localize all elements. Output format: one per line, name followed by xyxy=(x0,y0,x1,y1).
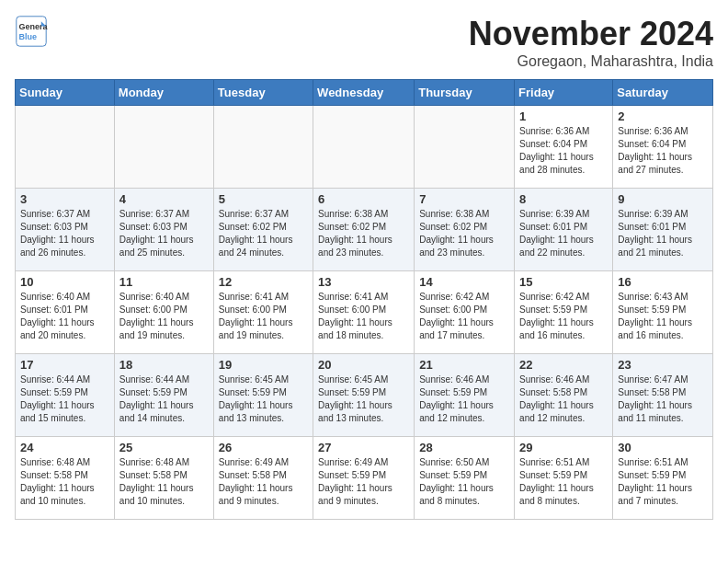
day-number: 3 xyxy=(20,192,109,206)
day-number: 26 xyxy=(219,441,308,454)
day-info: Sunrise: 6:49 AM Sunset: 5:59 PM Dayligh… xyxy=(318,456,409,508)
calendar-week-row: 3Sunrise: 6:37 AM Sunset: 6:03 PM Daylig… xyxy=(16,189,713,271)
calendar-cell: 15Sunrise: 6:42 AM Sunset: 5:59 PM Dayli… xyxy=(515,271,613,354)
calendar-week-row: 1Sunrise: 6:36 AM Sunset: 6:04 PM Daylig… xyxy=(16,106,713,189)
calendar-cell: 25Sunrise: 6:48 AM Sunset: 5:58 PM Dayli… xyxy=(114,437,213,520)
calendar-cell: 21Sunrise: 6:46 AM Sunset: 5:59 PM Dayli… xyxy=(415,354,515,437)
day-info: Sunrise: 6:45 AM Sunset: 5:59 PM Dayligh… xyxy=(318,373,409,425)
calendar-cell: 22Sunrise: 6:46 AM Sunset: 5:58 PM Dayli… xyxy=(515,354,613,437)
calendar-cell: 6Sunrise: 6:38 AM Sunset: 6:02 PM Daylig… xyxy=(313,189,415,271)
calendar-cell xyxy=(16,106,115,189)
day-info: Sunrise: 6:38 AM Sunset: 6:02 PM Dayligh… xyxy=(419,208,509,259)
day-number: 23 xyxy=(618,358,708,372)
calendar-header-thursday: Thursday xyxy=(415,80,515,106)
day-info: Sunrise: 6:41 AM Sunset: 6:00 PM Dayligh… xyxy=(318,291,409,342)
calendar-cell: 23Sunrise: 6:47 AM Sunset: 5:58 PM Dayli… xyxy=(613,354,713,437)
day-number: 5 xyxy=(219,192,308,206)
calendar-cell: 29Sunrise: 6:51 AM Sunset: 5:59 PM Dayli… xyxy=(515,437,613,520)
calendar-header-saturday: Saturday xyxy=(613,80,713,106)
day-info: Sunrise: 6:49 AM Sunset: 5:58 PM Dayligh… xyxy=(219,456,308,508)
calendar-cell: 26Sunrise: 6:49 AM Sunset: 5:58 PM Dayli… xyxy=(213,437,313,520)
logo-icon: General Blue xyxy=(15,15,48,48)
calendar-cell: 9Sunrise: 6:39 AM Sunset: 6:01 PM Daylig… xyxy=(613,189,713,271)
calendar-cell: 30Sunrise: 6:51 AM Sunset: 5:59 PM Dayli… xyxy=(613,437,713,520)
day-info: Sunrise: 6:41 AM Sunset: 6:00 PM Dayligh… xyxy=(219,291,308,342)
day-number: 16 xyxy=(618,275,708,289)
day-info: Sunrise: 6:37 AM Sunset: 6:03 PM Dayligh… xyxy=(119,208,209,259)
calendar-cell: 7Sunrise: 6:38 AM Sunset: 6:02 PM Daylig… xyxy=(415,189,515,271)
day-info: Sunrise: 6:45 AM Sunset: 5:59 PM Dayligh… xyxy=(219,373,308,425)
day-number: 14 xyxy=(419,275,509,289)
calendar-cell: 11Sunrise: 6:40 AM Sunset: 6:00 PM Dayli… xyxy=(114,271,213,354)
day-info: Sunrise: 6:39 AM Sunset: 6:01 PM Dayligh… xyxy=(519,208,608,259)
calendar-header-friday: Friday xyxy=(515,80,613,106)
calendar-cell: 20Sunrise: 6:45 AM Sunset: 5:59 PM Dayli… xyxy=(313,354,415,437)
day-info: Sunrise: 6:37 AM Sunset: 6:02 PM Dayligh… xyxy=(219,208,308,259)
calendar-week-row: 17Sunrise: 6:44 AM Sunset: 5:59 PM Dayli… xyxy=(16,354,713,437)
calendar-cell: 19Sunrise: 6:45 AM Sunset: 5:59 PM Dayli… xyxy=(213,354,313,437)
calendar-cell xyxy=(313,106,415,189)
day-number: 27 xyxy=(318,441,409,454)
day-number: 7 xyxy=(419,192,509,206)
calendar-cell: 3Sunrise: 6:37 AM Sunset: 6:03 PM Daylig… xyxy=(16,189,115,271)
calendar-header-tuesday: Tuesday xyxy=(213,80,313,106)
calendar-cell: 27Sunrise: 6:49 AM Sunset: 5:59 PM Dayli… xyxy=(313,437,415,520)
day-info: Sunrise: 6:43 AM Sunset: 5:59 PM Dayligh… xyxy=(618,291,708,342)
calendar-cell xyxy=(114,106,213,189)
day-number: 15 xyxy=(519,275,608,289)
day-number: 9 xyxy=(618,192,708,206)
calendar-cell: 14Sunrise: 6:42 AM Sunset: 6:00 PM Dayli… xyxy=(415,271,515,354)
page-header: General Blue November 2024 Goregaon, Mah… xyxy=(15,15,713,70)
calendar-cell: 28Sunrise: 6:50 AM Sunset: 5:59 PM Dayli… xyxy=(415,437,515,520)
day-info: Sunrise: 6:44 AM Sunset: 5:59 PM Dayligh… xyxy=(119,373,209,425)
day-info: Sunrise: 6:36 AM Sunset: 6:04 PM Dayligh… xyxy=(519,125,608,177)
day-info: Sunrise: 6:40 AM Sunset: 6:01 PM Dayligh… xyxy=(20,291,109,342)
location-title: Goregaon, Maharashtra, India xyxy=(469,53,713,70)
day-info: Sunrise: 6:47 AM Sunset: 5:58 PM Dayligh… xyxy=(618,373,708,425)
day-number: 8 xyxy=(519,192,608,206)
day-info: Sunrise: 6:50 AM Sunset: 5:59 PM Dayligh… xyxy=(419,456,509,508)
day-number: 1 xyxy=(519,109,608,123)
day-info: Sunrise: 6:42 AM Sunset: 5:59 PM Dayligh… xyxy=(519,291,608,342)
calendar-header-row: SundayMondayTuesdayWednesdayThursdayFrid… xyxy=(16,80,713,106)
calendar-cell: 4Sunrise: 6:37 AM Sunset: 6:03 PM Daylig… xyxy=(114,189,213,271)
day-info: Sunrise: 6:48 AM Sunset: 5:58 PM Dayligh… xyxy=(119,456,209,508)
calendar-week-row: 24Sunrise: 6:48 AM Sunset: 5:58 PM Dayli… xyxy=(16,437,713,520)
day-number: 2 xyxy=(618,109,708,123)
calendar-cell: 18Sunrise: 6:44 AM Sunset: 5:59 PM Dayli… xyxy=(114,354,213,437)
day-number: 28 xyxy=(419,441,509,454)
day-info: Sunrise: 6:51 AM Sunset: 5:59 PM Dayligh… xyxy=(618,456,708,508)
day-number: 10 xyxy=(20,275,109,289)
calendar-cell: 1Sunrise: 6:36 AM Sunset: 6:04 PM Daylig… xyxy=(515,106,613,189)
day-info: Sunrise: 6:48 AM Sunset: 5:58 PM Dayligh… xyxy=(20,456,109,508)
month-title: November 2024 xyxy=(469,15,713,53)
logo: General Blue xyxy=(15,15,48,48)
day-number: 20 xyxy=(318,358,409,372)
calendar-header-sunday: Sunday xyxy=(16,80,115,106)
day-number: 12 xyxy=(219,275,308,289)
calendar-header-wednesday: Wednesday xyxy=(313,80,415,106)
calendar-week-row: 10Sunrise: 6:40 AM Sunset: 6:01 PM Dayli… xyxy=(16,271,713,354)
day-number: 25 xyxy=(119,441,209,454)
day-info: Sunrise: 6:42 AM Sunset: 6:00 PM Dayligh… xyxy=(419,291,509,342)
day-number: 4 xyxy=(119,192,209,206)
title-area: November 2024 Goregaon, Maharashtra, Ind… xyxy=(469,15,713,70)
calendar-cell: 13Sunrise: 6:41 AM Sunset: 6:00 PM Dayli… xyxy=(313,271,415,354)
calendar-cell xyxy=(415,106,515,189)
day-info: Sunrise: 6:44 AM Sunset: 5:59 PM Dayligh… xyxy=(20,373,109,425)
day-number: 13 xyxy=(318,275,409,289)
day-info: Sunrise: 6:40 AM Sunset: 6:00 PM Dayligh… xyxy=(119,291,209,342)
day-number: 18 xyxy=(119,358,209,372)
calendar: SundayMondayTuesdayWednesdayThursdayFrid… xyxy=(15,79,713,520)
calendar-cell xyxy=(213,106,313,189)
day-number: 17 xyxy=(20,358,109,372)
day-number: 19 xyxy=(219,358,308,372)
day-number: 30 xyxy=(618,441,708,454)
day-info: Sunrise: 6:37 AM Sunset: 6:03 PM Dayligh… xyxy=(20,208,109,259)
day-info: Sunrise: 6:36 AM Sunset: 6:04 PM Dayligh… xyxy=(618,125,708,177)
calendar-cell: 24Sunrise: 6:48 AM Sunset: 5:58 PM Dayli… xyxy=(16,437,115,520)
calendar-cell: 10Sunrise: 6:40 AM Sunset: 6:01 PM Dayli… xyxy=(16,271,115,354)
day-info: Sunrise: 6:51 AM Sunset: 5:59 PM Dayligh… xyxy=(519,456,608,508)
day-number: 6 xyxy=(318,192,409,206)
calendar-cell: 2Sunrise: 6:36 AM Sunset: 6:04 PM Daylig… xyxy=(613,106,713,189)
